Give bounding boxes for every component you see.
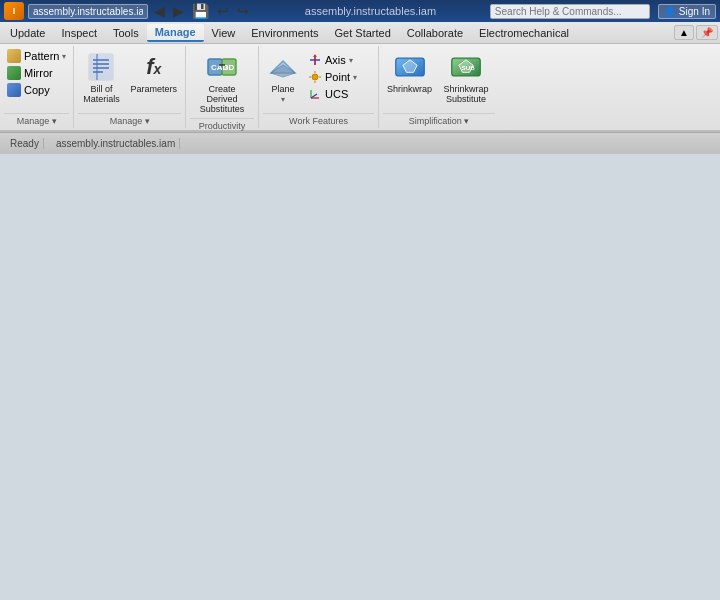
pattern-button[interactable]: Pattern ▾ bbox=[4, 48, 69, 64]
menu-view[interactable]: View bbox=[204, 25, 244, 41]
shrinkwrap-substitute-icon: SUB bbox=[450, 51, 482, 83]
point-dropdown: ▾ bbox=[353, 73, 357, 82]
svg-text:3D: 3D bbox=[224, 63, 234, 72]
menu-inspect[interactable]: Inspect bbox=[53, 25, 104, 41]
ribbon-section-productivity: CAD 3D Create DerivedSubstitutes Product… bbox=[186, 46, 259, 128]
bom-section-content: Bill ofMaterials fx Parameters bbox=[78, 48, 181, 113]
sign-in-button[interactable]: 👤 Sign In bbox=[658, 4, 716, 19]
bom-section-label: Manage ▾ bbox=[78, 113, 181, 126]
productivity-section-content: CAD 3D Create DerivedSubstitutes bbox=[190, 48, 254, 118]
svg-marker-12 bbox=[271, 65, 295, 77]
shrinkwrap-substitute-label: ShrinkwrapSubstitute bbox=[444, 85, 489, 105]
menu-environments[interactable]: Environments bbox=[243, 25, 326, 41]
menu-bar: Update Inspect Tools Manage View Environ… bbox=[0, 22, 720, 44]
title-bar: I ◀ ▶ 💾 ↩ ↪ assembly.instructables.iam 👤… bbox=[0, 0, 720, 22]
simplification-content: Shrinkwrap SUB bbox=[383, 48, 495, 113]
copy-label: Copy bbox=[24, 84, 50, 96]
point-label: Point bbox=[325, 71, 350, 83]
work-features-label: Work Features bbox=[263, 113, 374, 126]
title-bar-filename: assembly.instructables.iam bbox=[305, 5, 436, 17]
copy-icon bbox=[7, 83, 21, 97]
menu-get-started[interactable]: Get Started bbox=[327, 25, 399, 41]
menu-update[interactable]: Update bbox=[2, 25, 53, 41]
axis-button[interactable]: Axis ▾ bbox=[305, 52, 360, 68]
axis-point-group: Axis ▾ Point ▾ bbox=[305, 52, 360, 102]
menu-manage[interactable]: Manage bbox=[147, 24, 204, 42]
svg-marker-14 bbox=[313, 54, 317, 57]
pattern-button-group: Pattern ▾ Mirror Copy bbox=[4, 48, 69, 98]
shrinkwrap-icon bbox=[394, 51, 426, 83]
menu-electromechanical[interactable]: Electromechanical bbox=[471, 25, 577, 41]
svg-point-16 bbox=[312, 74, 318, 80]
mirror-label: Mirror bbox=[24, 67, 53, 79]
undo-btn[interactable]: ↩ bbox=[215, 3, 231, 19]
work-features-content: Plane▾ Axis ▾ bbox=[263, 48, 374, 113]
title-bar-right: 👤 Sign In bbox=[490, 4, 716, 19]
ribbon-pin-btn[interactable]: 📌 bbox=[696, 25, 718, 40]
ribbon-section-pattern: Pattern ▾ Mirror Copy Manage ▾ bbox=[0, 46, 74, 128]
app-logo: I bbox=[4, 2, 24, 20]
search-input[interactable] bbox=[490, 4, 650, 19]
ribbon-section-bom: Bill ofMaterials fx Parameters Manage ▾ bbox=[74, 46, 186, 128]
shrinkwrap-label: Shrinkwrap bbox=[387, 85, 432, 95]
pattern-label: Pattern bbox=[24, 50, 59, 62]
productivity-section-label: Productivity bbox=[190, 118, 254, 131]
simplification-label: Simplification ▾ bbox=[383, 113, 495, 126]
ucs-label: UCS bbox=[325, 88, 348, 100]
axis-dropdown: ▾ bbox=[349, 56, 353, 65]
create-derived-button[interactable]: CAD 3D Create DerivedSubstitutes bbox=[190, 48, 254, 118]
bill-of-materials-button[interactable]: Bill ofMaterials bbox=[78, 48, 124, 108]
ribbon-section-simplification: Shrinkwrap SUB bbox=[379, 46, 499, 128]
copy-button[interactable]: Copy bbox=[4, 82, 69, 98]
create-derived-icon: CAD 3D bbox=[206, 51, 238, 83]
pattern-dropdown-arrow: ▾ bbox=[62, 52, 66, 61]
quick-save-btn[interactable]: 💾 bbox=[190, 3, 211, 19]
plane-button[interactable]: Plane▾ bbox=[263, 48, 303, 108]
axis-label: Axis bbox=[325, 54, 346, 66]
ribbon: Pattern ▾ Mirror Copy Manage ▾ bbox=[0, 44, 720, 132]
ribbon-collapse-btn[interactable]: ▲ bbox=[674, 25, 694, 40]
svg-text:SUB: SUB bbox=[462, 64, 476, 71]
status-model-info: assembly.instructables.iam bbox=[52, 138, 180, 149]
pattern-section-content: Pattern ▾ Mirror Copy bbox=[4, 48, 69, 113]
plane-label: Plane▾ bbox=[271, 85, 294, 105]
mirror-button[interactable]: Mirror bbox=[4, 65, 69, 81]
shrinkwrap-substitute-button[interactable]: SUB ShrinkwrapSubstitute bbox=[438, 48, 494, 108]
user-icon: 👤 bbox=[664, 6, 676, 17]
create-derived-label: Create DerivedSubstitutes bbox=[198, 85, 246, 115]
ribbon-section-work-features: Plane▾ Axis ▾ bbox=[259, 46, 379, 128]
plane-icon bbox=[267, 51, 299, 83]
title-bar-left: I ◀ ▶ 💾 ↩ ↪ bbox=[4, 2, 251, 20]
parameters-label: Parameters bbox=[130, 85, 177, 95]
parameters-icon: fx bbox=[138, 51, 170, 83]
bom-icon bbox=[85, 51, 117, 83]
pattern-icon bbox=[7, 49, 21, 63]
parameters-button[interactable]: fx Parameters bbox=[126, 48, 181, 98]
filename-input[interactable] bbox=[28, 4, 148, 19]
ucs-button[interactable]: UCS bbox=[305, 86, 360, 102]
bom-label: Bill ofMaterials bbox=[83, 85, 120, 105]
redo-btn[interactable]: ↪ bbox=[235, 3, 251, 19]
nav-back-btn[interactable]: ◀ bbox=[152, 3, 167, 19]
mirror-icon bbox=[7, 66, 21, 80]
status-ready: Ready bbox=[6, 138, 44, 149]
status-bar: Ready assembly.instructables.iam bbox=[0, 132, 720, 154]
menu-collaborate[interactable]: Collaborate bbox=[399, 25, 471, 41]
menu-tools[interactable]: Tools bbox=[105, 25, 147, 41]
nav-forward-btn[interactable]: ▶ bbox=[171, 3, 186, 19]
pattern-section-label: Manage ▾ bbox=[4, 113, 69, 126]
svg-rect-0 bbox=[89, 54, 113, 80]
point-button[interactable]: Point ▾ bbox=[305, 69, 360, 85]
shrinkwrap-button[interactable]: Shrinkwrap bbox=[383, 48, 436, 98]
sign-in-label: Sign In bbox=[679, 6, 710, 17]
